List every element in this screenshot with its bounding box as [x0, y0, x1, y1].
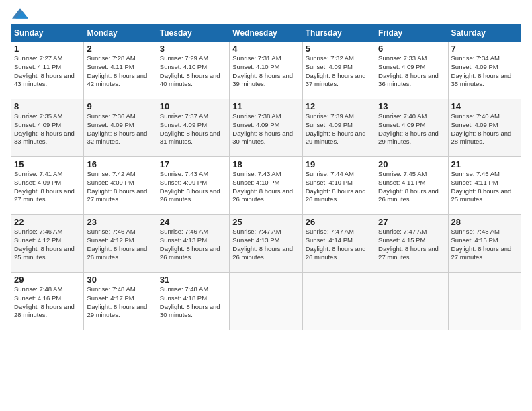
day-number: 28: [451, 217, 518, 227]
calendar-day-header: Sunday: [11, 25, 84, 42]
day-number: 21: [451, 159, 518, 169]
day-info: Sunrise: 7:42 AM Sunset: 4:09 PM Dayligh…: [87, 170, 153, 204]
day-number: 25: [232, 217, 299, 227]
calendar-cell: 15 Sunrise: 7:41 AM Sunset: 4:09 PM Dayl…: [11, 157, 84, 215]
day-number: 16: [87, 159, 153, 169]
day-info: Sunrise: 7:48 AM Sunset: 4:18 PM Dayligh…: [160, 285, 226, 320]
calendar-day-header: Saturday: [448, 25, 521, 42]
day-number: 8: [14, 101, 81, 111]
calendar-cell: [375, 273, 448, 330]
day-number: 26: [306, 217, 372, 227]
day-info: Sunrise: 7:27 AM Sunset: 4:11 PM Dayligh…: [14, 54, 81, 89]
day-number: 30: [87, 275, 153, 285]
day-info: Sunrise: 7:48 AM Sunset: 4:17 PM Dayligh…: [87, 285, 153, 320]
day-number: 2: [87, 44, 153, 54]
calendar-cell: 3 Sunrise: 7:29 AM Sunset: 4:10 PM Dayli…: [157, 42, 229, 99]
calendar-day-header: Thursday: [302, 25, 375, 42]
calendar-cell: 27 Sunrise: 7:47 AM Sunset: 4:15 PM Dayl…: [375, 215, 448, 273]
calendar-day-header: Wednesday: [230, 25, 302, 42]
day-number: 10: [160, 101, 226, 111]
day-number: 13: [378, 101, 445, 111]
day-number: 15: [14, 159, 81, 169]
day-number: 31: [160, 275, 226, 285]
day-info: Sunrise: 7:43 AM Sunset: 4:10 PM Dayligh…: [232, 170, 299, 204]
day-info: Sunrise: 7:46 AM Sunset: 4:12 PM Dayligh…: [14, 228, 81, 262]
day-info: Sunrise: 7:39 AM Sunset: 4:09 PM Dayligh…: [306, 112, 372, 146]
day-info: Sunrise: 7:40 AM Sunset: 4:09 PM Dayligh…: [451, 112, 518, 146]
day-number: 29: [14, 275, 81, 285]
calendar-cell: 30 Sunrise: 7:48 AM Sunset: 4:17 PM Dayl…: [84, 273, 157, 330]
day-number: 5: [306, 44, 372, 54]
day-number: 22: [14, 217, 81, 227]
calendar-cell: 19 Sunrise: 7:44 AM Sunset: 4:10 PM Dayl…: [302, 157, 375, 215]
calendar-cell: 8 Sunrise: 7:35 AM Sunset: 4:09 PM Dayli…: [11, 99, 84, 157]
calendar-header-row: SundayMondayTuesdayWednesdayThursdayFrid…: [11, 25, 521, 42]
calendar-cell: 24 Sunrise: 7:46 AM Sunset: 4:13 PM Dayl…: [157, 215, 229, 273]
logo-icon: [12, 8, 28, 19]
day-info: Sunrise: 7:35 AM Sunset: 4:09 PM Dayligh…: [14, 112, 81, 146]
calendar-week-row: 29 Sunrise: 7:48 AM Sunset: 4:16 PM Dayl…: [11, 273, 521, 330]
day-info: Sunrise: 7:37 AM Sunset: 4:09 PM Dayligh…: [160, 112, 226, 146]
calendar-table: SundayMondayTuesdayWednesdayThursdayFrid…: [11, 24, 521, 330]
day-info: Sunrise: 7:40 AM Sunset: 4:09 PM Dayligh…: [378, 112, 445, 146]
day-info: Sunrise: 7:36 AM Sunset: 4:09 PM Dayligh…: [87, 112, 153, 146]
calendar-day-header: Monday: [84, 25, 157, 42]
calendar-cell: 13 Sunrise: 7:40 AM Sunset: 4:09 PM Dayl…: [375, 99, 448, 157]
day-number: 18: [232, 159, 299, 169]
calendar-cell: 29 Sunrise: 7:48 AM Sunset: 4:16 PM Dayl…: [11, 273, 84, 330]
day-info: Sunrise: 7:48 AM Sunset: 4:15 PM Dayligh…: [451, 228, 518, 262]
day-number: 1: [14, 44, 81, 54]
day-number: 12: [306, 101, 372, 111]
calendar-cell: 23 Sunrise: 7:46 AM Sunset: 4:12 PM Dayl…: [84, 215, 157, 273]
calendar-day-header: Friday: [375, 25, 448, 42]
day-number: 24: [160, 217, 226, 227]
calendar-week-row: 15 Sunrise: 7:41 AM Sunset: 4:09 PM Dayl…: [11, 157, 521, 215]
calendar-cell: 20 Sunrise: 7:45 AM Sunset: 4:11 PM Dayl…: [375, 157, 448, 215]
page-header: [11, 8, 521, 19]
day-info: Sunrise: 7:31 AM Sunset: 4:10 PM Dayligh…: [232, 54, 299, 89]
calendar-week-row: 22 Sunrise: 7:46 AM Sunset: 4:12 PM Dayl…: [11, 215, 521, 273]
day-info: Sunrise: 7:45 AM Sunset: 4:11 PM Dayligh…: [378, 170, 445, 204]
day-info: Sunrise: 7:41 AM Sunset: 4:09 PM Dayligh…: [14, 170, 81, 204]
calendar-cell: 21 Sunrise: 7:45 AM Sunset: 4:11 PM Dayl…: [448, 157, 521, 215]
day-number: 19: [306, 159, 372, 169]
calendar-cell: 14 Sunrise: 7:40 AM Sunset: 4:09 PM Dayl…: [448, 99, 521, 157]
day-info: Sunrise: 7:33 AM Sunset: 4:09 PM Dayligh…: [378, 54, 445, 89]
calendar-cell: 4 Sunrise: 7:31 AM Sunset: 4:10 PM Dayli…: [230, 42, 302, 99]
calendar-cell: 26 Sunrise: 7:47 AM Sunset: 4:14 PM Dayl…: [302, 215, 375, 273]
day-number: 3: [160, 44, 226, 54]
day-info: Sunrise: 7:43 AM Sunset: 4:09 PM Dayligh…: [160, 170, 226, 204]
calendar-cell: 2 Sunrise: 7:28 AM Sunset: 4:11 PM Dayli…: [84, 42, 157, 99]
calendar-cell: 28 Sunrise: 7:48 AM Sunset: 4:15 PM Dayl…: [448, 215, 521, 273]
day-info: Sunrise: 7:46 AM Sunset: 4:12 PM Dayligh…: [87, 228, 153, 262]
calendar-cell: [302, 273, 375, 330]
calendar-cell: 10 Sunrise: 7:37 AM Sunset: 4:09 PM Dayl…: [157, 99, 229, 157]
calendar-cell: 25 Sunrise: 7:47 AM Sunset: 4:13 PM Dayl…: [230, 215, 302, 273]
calendar-cell: 12 Sunrise: 7:39 AM Sunset: 4:09 PM Dayl…: [302, 99, 375, 157]
day-number: 9: [87, 101, 153, 111]
day-info: Sunrise: 7:46 AM Sunset: 4:13 PM Dayligh…: [160, 228, 226, 262]
calendar-cell: [448, 273, 521, 330]
day-number: 11: [232, 101, 299, 111]
day-number: 6: [378, 44, 445, 54]
day-number: 23: [87, 217, 153, 227]
calendar-cell: 5 Sunrise: 7:32 AM Sunset: 4:09 PM Dayli…: [302, 42, 375, 99]
day-number: 4: [232, 44, 299, 54]
day-info: Sunrise: 7:44 AM Sunset: 4:10 PM Dayligh…: [306, 170, 372, 204]
day-info: Sunrise: 7:47 AM Sunset: 4:13 PM Dayligh…: [232, 228, 299, 262]
day-number: 17: [160, 159, 226, 169]
calendar-cell: 9 Sunrise: 7:36 AM Sunset: 4:09 PM Dayli…: [84, 99, 157, 157]
calendar-week-row: 1 Sunrise: 7:27 AM Sunset: 4:11 PM Dayli…: [11, 42, 521, 99]
calendar-cell: [230, 273, 302, 330]
day-info: Sunrise: 7:32 AM Sunset: 4:09 PM Dayligh…: [306, 54, 372, 89]
day-number: 27: [378, 217, 445, 227]
calendar-cell: 16 Sunrise: 7:42 AM Sunset: 4:09 PM Dayl…: [84, 157, 157, 215]
calendar-day-header: Tuesday: [157, 25, 229, 42]
calendar-cell: 11 Sunrise: 7:38 AM Sunset: 4:09 PM Dayl…: [230, 99, 302, 157]
calendar-cell: 7 Sunrise: 7:34 AM Sunset: 4:09 PM Dayli…: [448, 42, 521, 99]
day-info: Sunrise: 7:28 AM Sunset: 4:11 PM Dayligh…: [87, 54, 153, 89]
calendar-cell: 17 Sunrise: 7:43 AM Sunset: 4:09 PM Dayl…: [157, 157, 229, 215]
calendar-cell: 1 Sunrise: 7:27 AM Sunset: 4:11 PM Dayli…: [11, 42, 84, 99]
day-info: Sunrise: 7:29 AM Sunset: 4:10 PM Dayligh…: [160, 54, 226, 89]
calendar-cell: 22 Sunrise: 7:46 AM Sunset: 4:12 PM Dayl…: [11, 215, 84, 273]
